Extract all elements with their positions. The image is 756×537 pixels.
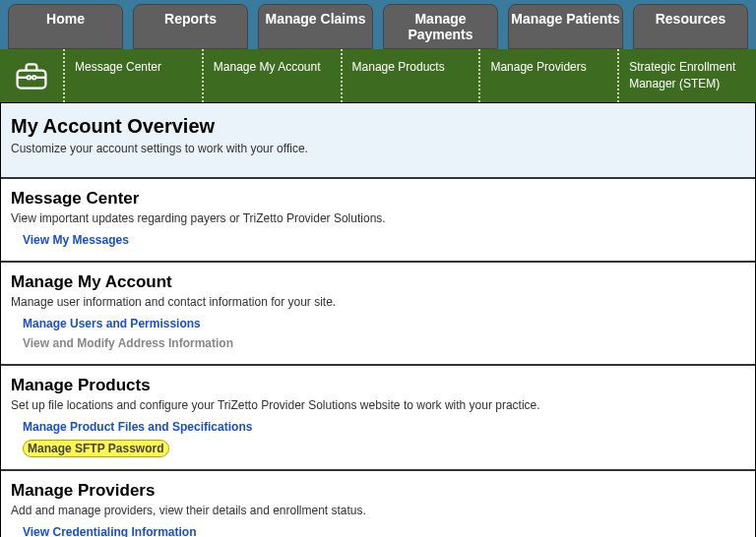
subnav-manage-products[interactable]: Manage Products [343,49,481,102]
section-desc: Manage user information and contact info… [11,295,745,309]
svg-point-4 [32,76,36,80]
section-manage-products: Manage Products Set up file locations an… [1,366,755,471]
link-view-my-messages[interactable]: View My Messages [11,231,745,249]
subnav-manage-providers[interactable]: Manage Providers [480,49,619,102]
tab-resources[interactable]: Resources [633,4,748,49]
content-area: My Account Overview Customize your accou… [0,102,756,537]
section-title: Manage Products [11,376,745,395]
link-manage-product-files[interactable]: Manage Product Files and Specifications [11,418,745,436]
page-title: My Account Overview [11,115,745,138]
section-message-center: Message Center View important updates re… [1,179,755,263]
tab-manage-payments[interactable]: Manage Payments [383,4,498,49]
svg-point-3 [28,76,32,80]
tab-reports[interactable]: Reports [133,4,248,49]
section-manage-my-account: Manage My Account Manage user informatio… [1,263,755,366]
briefcase-icon [0,49,65,102]
section-title: Manage My Account [11,272,745,292]
section-manage-providers: Manage Providers Add and manage provider… [1,471,755,537]
link-view-modify-address[interactable]: View and Modify Address Information [11,334,745,352]
account-overview-panel: My Account Overview Customize your accou… [1,103,755,179]
section-title: Manage Providers [11,481,745,501]
subnav-message-center[interactable]: Message Center [65,49,204,102]
link-manage-sftp-password[interactable]: Manage SFTP Password [23,440,169,457]
subnav-manage-my-account[interactable]: Manage My Account [204,49,343,102]
subnav-stem[interactable]: Strategic Enrollment Manager (STEM) [619,49,756,102]
section-title: Message Center [11,189,745,209]
link-view-credentialing-info[interactable]: View Credentialing Information [11,523,745,537]
svg-rect-0 [18,70,46,88]
page-subtitle: Customize your account settings to work … [11,142,745,155]
primary-nav: Home Reports Manage Claims Manage Paymen… [0,0,756,49]
section-desc: Set up file locations and configure your… [11,398,745,412]
tab-home[interactable]: Home [8,4,123,49]
secondary-nav: Message Center Manage My Account Manage … [0,49,756,102]
tab-manage-claims[interactable]: Manage Claims [258,4,373,49]
link-manage-users-permissions[interactable]: Manage Users and Permissions [11,315,745,332]
tab-manage-patients[interactable]: Manage Patients [508,4,623,49]
section-desc: View important updates regarding payers … [11,211,745,225]
section-desc: Add and manage providers, view their det… [11,504,745,517]
